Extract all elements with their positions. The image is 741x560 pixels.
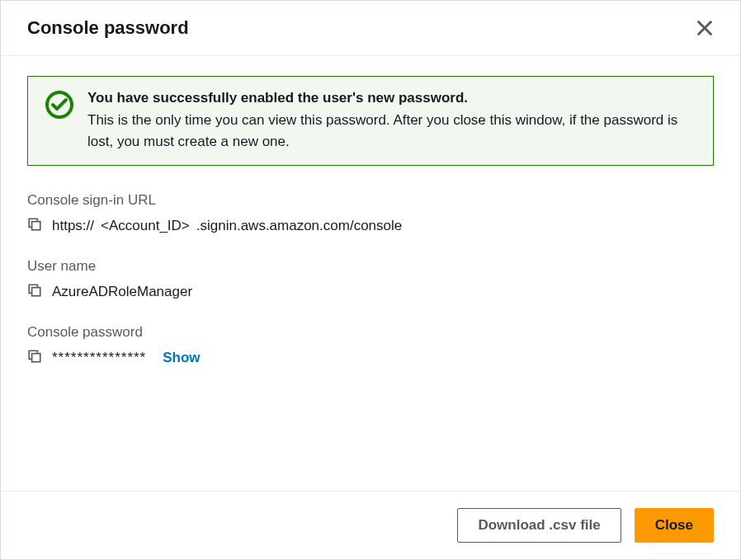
copy-icon[interactable]: [27, 283, 42, 301]
password-value-row: *************** Show: [27, 349, 714, 367]
success-check-icon: [45, 90, 74, 152]
copy-icon[interactable]: [27, 349, 42, 367]
modal-header: Console password: [1, 1, 740, 56]
alert-content: You have successfully enabled the user's…: [87, 90, 696, 152]
alert-message: This is the only time you can view this …: [87, 110, 696, 152]
close-button[interactable]: Close: [635, 508, 714, 543]
modal-body: You have successfully enabled the user's…: [1, 56, 740, 491]
modal-title: Console password: [27, 17, 189, 39]
svg-rect-4: [32, 288, 40, 296]
copy-icon[interactable]: [27, 217, 42, 235]
password-field: Console password *************** Show: [27, 324, 714, 367]
signin-url-field: Console sign-in URL https:// <Account_ID…: [27, 192, 714, 235]
close-icon[interactable]: [696, 19, 714, 37]
password-masked: ***************: [52, 350, 146, 366]
show-password-link[interactable]: Show: [163, 350, 200, 366]
url-prefix: https://: [52, 218, 94, 234]
svg-rect-5: [32, 354, 40, 362]
password-label: Console password: [27, 324, 714, 341]
url-suffix: .signin.aws.amazon.com/console: [196, 218, 402, 234]
success-alert: You have successfully enabled the user's…: [27, 76, 714, 166]
username-value: AzureADRoleManager: [52, 284, 192, 300]
signin-url-value-row: https:// <Account_ID> .signin.aws.amazon…: [27, 217, 714, 235]
signin-url-text: https:// <Account_ID> .signin.aws.amazon…: [52, 218, 402, 234]
download-csv-button[interactable]: Download .csv file: [457, 508, 621, 543]
username-label: User name: [27, 258, 714, 275]
alert-title: You have successfully enabled the user's…: [87, 90, 696, 106]
account-id-placeholder: <Account_ID>: [97, 218, 193, 234]
signin-url-label: Console sign-in URL: [27, 192, 714, 209]
username-value-row: AzureADRoleManager: [27, 283, 714, 301]
username-field: User name AzureADRoleManager: [27, 258, 714, 301]
svg-rect-3: [32, 222, 40, 230]
console-password-modal: Console password You have successfully e…: [0, 0, 741, 560]
modal-footer: Download .csv file Close: [1, 491, 740, 559]
